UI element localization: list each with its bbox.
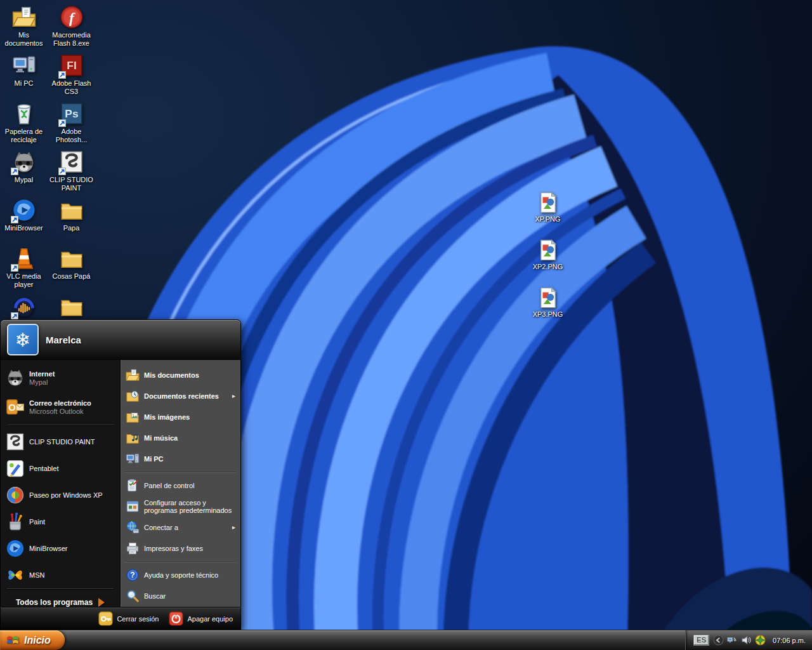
desktop-icon-label: VLC media player xyxy=(0,272,48,289)
language-indicator[interactable]: ES xyxy=(693,635,709,646)
start-menu-item-conectar-a[interactable]: Conectar a▸ xyxy=(121,517,240,538)
paint-icon xyxy=(6,512,25,531)
start-menu-item-internet[interactable]: InternetMypal xyxy=(1,363,120,392)
shortcut-arrow-icon xyxy=(58,168,66,175)
start-menu-item-ayuda-y-soporte-t-cnico[interactable]: ?Ayuda y soporte técnico xyxy=(121,564,240,585)
desktop-icon-mypal[interactable]: Mypal xyxy=(0,150,48,184)
start-menu-item-msn[interactable]: MSN xyxy=(1,562,120,588)
connect-to-icon xyxy=(126,521,140,534)
my-pictures-icon xyxy=(126,410,140,424)
start-button[interactable]: Inicio xyxy=(0,630,65,650)
power-icon xyxy=(169,611,183,626)
collapse-chevron-icon[interactable] xyxy=(713,635,724,646)
desktop-icon-minibrowser[interactable]: MiniBrowser xyxy=(0,198,48,232)
my-documents-icon xyxy=(126,368,140,382)
start-menu-item-paseo-por-windows-xp[interactable]: Paseo por Windows XP xyxy=(1,482,120,508)
desktop-icon-label: CLIP STUDIO PAINT xyxy=(48,176,95,192)
separator xyxy=(7,425,114,425)
separator xyxy=(124,561,237,562)
menu-item-label: Paseo por Windows XP xyxy=(29,491,103,499)
start-menu-item-panel-de-control[interactable]: Panel de control xyxy=(121,475,240,496)
menu-item-label: Buscar xyxy=(144,592,166,600)
start-menu-item-correo-electr-nico[interactable]: OCorreo electrónicoMicrosoft Outlook xyxy=(1,392,120,421)
start-menu-left-column: InternetMypalOCorreo electrónicoMicrosof… xyxy=(1,360,121,607)
start-menu-item-mi-pc[interactable]: Mi PC xyxy=(121,448,240,469)
submenu-arrow-icon: ▸ xyxy=(232,392,235,399)
start-menu-item-configurar-acceso-y-programas-predeterminados[interactable]: Configurar acceso y programas predetermi… xyxy=(121,496,240,517)
desktop-icon-label: Papa xyxy=(63,224,80,232)
menu-item-label: CLIP STUDIO PAINT xyxy=(29,438,95,446)
start-menu-item-impresoras-y-faxes[interactable]: Impresoras y faxes xyxy=(121,538,240,559)
start-menu-item-mi-m-sica[interactable]: Mi música xyxy=(121,427,240,448)
start-menu-item-minibrowser[interactable]: MiniBrowser xyxy=(1,535,120,562)
desktop-icon-adobe-photosh[interactable]: PsAdobe Photosh... xyxy=(48,102,95,144)
menu-item-label: Documentos recientes xyxy=(144,392,219,400)
separator xyxy=(7,588,114,589)
my-pc-icon xyxy=(126,452,140,466)
desktop-icon-vlc-media-player[interactable]: VLC media player xyxy=(0,246,48,289)
my-pc-icon xyxy=(12,53,36,77)
menu-item-label: Ayuda y soporte técnico xyxy=(144,571,218,579)
start-menu-item-buscar[interactable]: Buscar xyxy=(121,585,240,606)
shortcut-arrow-icon xyxy=(11,264,18,272)
shortcut-arrow-icon xyxy=(11,168,18,175)
start-menu-item-mis-documentos[interactable]: Mis documentos xyxy=(121,364,240,385)
desktop-file-label: XP2.PNG xyxy=(533,263,563,271)
menu-item-sublabel: Mypal xyxy=(29,378,55,386)
image-file-icon xyxy=(537,239,559,261)
menu-item-label: Internet xyxy=(29,370,55,378)
start-menu-item-paint[interactable]: Paint xyxy=(1,508,120,535)
mypal-icon xyxy=(6,368,25,387)
menu-item-label: Mis documentos xyxy=(144,371,199,379)
menu-item-label: Correo electrónico xyxy=(29,399,91,407)
printers-icon xyxy=(126,541,140,555)
start-menu-item-clip-studio-paint[interactable]: CLIP STUDIO PAINT xyxy=(1,428,120,455)
desktop-file-label: XP.PNG xyxy=(535,215,560,223)
desktop-icon-label: Mi PC xyxy=(15,79,34,88)
start-menu-right-column: Mis documentosDocumentos recientes▸Mis i… xyxy=(121,360,240,607)
start-menu-item-pentablet[interactable]: Pentablet xyxy=(1,455,120,482)
my-documents-icon xyxy=(12,5,36,29)
desktop-icon-label: Adobe Flash CS3 xyxy=(48,79,95,96)
all-programs-arrow-icon xyxy=(98,598,105,607)
recent-documents-icon xyxy=(126,389,140,403)
volume-icon[interactable] xyxy=(741,635,752,646)
menu-item-label: Conectar a xyxy=(144,524,178,531)
all-programs-label: Todos los programas xyxy=(16,598,93,607)
svg-text:Fl: Fl xyxy=(67,59,76,72)
desktop-icon-clip-studio-paint[interactable]: CLIP STUDIO PAINT xyxy=(48,150,95,192)
windows-flag-icon xyxy=(6,633,20,647)
user-avatar: ❄ xyxy=(7,324,39,355)
security-icon[interactable] xyxy=(755,635,766,646)
menu-item-label: Pentablet xyxy=(29,465,58,472)
system-tray: ES 07:06 p.m. xyxy=(685,630,812,650)
desktop-icon-mi-pc[interactable]: Mi PC xyxy=(0,53,48,88)
network-icon[interactable] xyxy=(727,635,738,646)
desktop-icon-macromedia-flash-8-exe[interactable]: fMacromedia Flash 8.exe xyxy=(48,5,95,48)
desktop-file-xp-png[interactable]: XP.PNG xyxy=(524,192,572,223)
shortcut-arrow-icon xyxy=(11,216,18,223)
desktop-file-xp2-png[interactable]: XP2.PNG xyxy=(524,239,572,271)
desktop-icon-adobe-flash-cs3[interactable]: FlAdobe Flash CS3 xyxy=(48,53,95,96)
start-menu-item-mis-im-genes[interactable]: Mis imágenes xyxy=(121,406,240,427)
menu-item-label: MSN xyxy=(29,571,44,579)
desktop-icon-label: Papelera de reciclaje xyxy=(0,128,48,144)
desktop-icon-papelera-de-reciclaje[interactable]: Papelera de reciclaje xyxy=(0,102,48,144)
desktop-file-xp3-png[interactable]: XP3.PNG xyxy=(524,287,572,319)
minibrowser-icon xyxy=(6,539,25,558)
desktop-icon-cosas-pap[interactable]: Cosas Papá xyxy=(48,246,95,281)
start-menu-footer: Cerrar sesión Apagar equipo xyxy=(1,607,240,630)
desktop-file-label: XP3.PNG xyxy=(533,310,563,319)
log-off-button[interactable]: Cerrar sesión xyxy=(98,611,159,626)
help-icon: ? xyxy=(126,568,140,582)
shut-down-button[interactable]: Apagar equipo xyxy=(169,611,233,626)
start-menu-item-documentos-recientes[interactable]: Documentos recientes▸ xyxy=(121,385,240,406)
desktop-icon-label: Cosas Papá xyxy=(53,272,91,281)
desktop-icon-papa[interactable]: Papa xyxy=(48,198,95,232)
desktop-icon-mis-documentos[interactable]: Mis documentos xyxy=(0,5,48,48)
menu-item-label: MiniBrowser xyxy=(29,545,68,552)
outlook-icon: O xyxy=(6,397,25,416)
desktop-icon-label: Mypal xyxy=(15,176,33,184)
log-off-label: Cerrar sesión xyxy=(117,615,159,623)
taskbar-clock[interactable]: 07:06 p.m. xyxy=(773,637,806,644)
